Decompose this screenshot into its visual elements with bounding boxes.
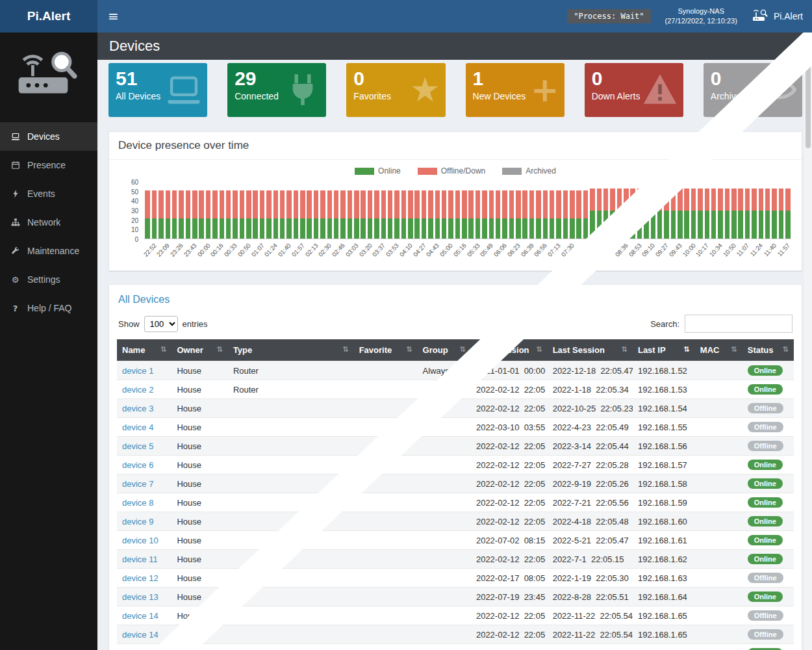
- device-link[interactable]: device 13: [122, 592, 159, 602]
- device-link[interactable]: device 5: [122, 441, 153, 451]
- chart-bar: [346, 190, 353, 239]
- sidebar-item-events[interactable]: Events: [0, 179, 97, 208]
- table-row[interactable]: device 7House2022-02-12 22:052022-9-19 2…: [117, 474, 794, 493]
- device-cell: Switch: [228, 644, 354, 650]
- device-link[interactable]: device 9: [122, 517, 153, 526]
- device-status-cell: Online: [742, 380, 794, 399]
- bar-segment-offline-down: [550, 190, 554, 218]
- x-tick: 02:13: [306, 239, 320, 270]
- legend-item-online: Online: [355, 166, 401, 176]
- bar-segment-online: [536, 218, 540, 239]
- bar-segment-offline-down: [590, 188, 594, 211]
- device-cell: [695, 437, 742, 456]
- sidebar-item-maintenance[interactable]: Maintenance: [0, 237, 97, 265]
- bar-segment-online: [522, 218, 527, 239]
- device-link[interactable]: device 14: [122, 611, 159, 621]
- sort-icon[interactable]: ⇅: [622, 345, 628, 354]
- table-row[interactable]: device 10House2022-07-02 08:152022-5-21 …: [117, 531, 794, 550]
- chart-bar: [192, 190, 198, 239]
- table-row[interactable]: device 11House2022-02-12 22:052022-7-1 2…: [117, 550, 794, 569]
- chart-bar: [360, 190, 366, 239]
- device-link[interactable]: device 4: [122, 422, 153, 432]
- device-cell: 192.168.1.52: [633, 361, 695, 380]
- column-header-favorite[interactable]: Favorite⇅: [354, 339, 418, 361]
- show-label: Show: [118, 319, 140, 329]
- device-cell: 192.168.1.56: [633, 437, 695, 456]
- card-connected[interactable]: 29Connected: [227, 63, 326, 117]
- column-header-owner[interactable]: Owner⇅: [171, 339, 227, 361]
- device-link[interactable]: device 3: [122, 404, 153, 413]
- bar-segment-offline-down: [489, 190, 494, 218]
- device-cell: [418, 550, 471, 569]
- sidebar-item-settings[interactable]: ⚙Settings: [0, 265, 97, 294]
- column-header-last-session[interactable]: Last Session⇅: [548, 339, 633, 361]
- navbar-app[interactable]: Pi.Alert: [752, 0, 803, 32]
- sidebar-item-network[interactable]: Network: [0, 208, 97, 237]
- column-header-status[interactable]: Status⇅: [742, 339, 794, 361]
- column-header-type[interactable]: Type⇅: [228, 339, 354, 361]
- sort-icon[interactable]: ⇅: [684, 345, 690, 354]
- x-tick: 11:24: [751, 239, 765, 270]
- sort-icon[interactable]: ⇅: [217, 345, 223, 354]
- bar-segment-offline-down: [684, 188, 689, 211]
- chart-bar: [535, 190, 542, 239]
- sort-icon[interactable]: ⇅: [406, 345, 412, 354]
- sort-icon[interactable]: ⇅: [731, 345, 737, 354]
- card-all-devices[interactable]: 51All Devices: [108, 63, 207, 117]
- device-link[interactable]: device 8: [122, 498, 153, 508]
- device-link[interactable]: device 12: [122, 573, 159, 583]
- x-tick-label: 03:20: [357, 242, 373, 258]
- sort-icon[interactable]: ⇅: [342, 345, 348, 354]
- device-link[interactable]: device 10: [122, 536, 159, 545]
- table-row[interactable]: device 8House2022-02-12 22:052022-7-21 2…: [117, 493, 794, 512]
- bar-segment-online: [779, 211, 783, 239]
- bar-segment-online: [509, 218, 514, 239]
- page-scrollbar[interactable]: [804, 32, 812, 650]
- chart-bar: [259, 190, 265, 239]
- page-size-select[interactable]: 100: [144, 316, 178, 332]
- sort-icon[interactable]: ⇅: [160, 345, 166, 354]
- card-favorites[interactable]: 0Favorites★: [346, 63, 445, 117]
- device-link[interactable]: device 7: [122, 479, 153, 489]
- sidebar-item-help-faq[interactable]: ?Help / FAQ: [0, 294, 97, 322]
- bar-segment-offline-down: [340, 190, 345, 218]
- column-header-last-ip[interactable]: Last IP⇅: [633, 339, 695, 361]
- x-tick: 10:34: [711, 239, 724, 270]
- sidebar-toggle-icon[interactable]: ≡: [97, 0, 129, 32]
- bar-segment-offline-down: [199, 190, 203, 218]
- device-status-cell: Offline: [742, 625, 794, 644]
- device-link[interactable]: device 14: [122, 630, 159, 640]
- bar-segment-online: [442, 218, 446, 239]
- column-header-name[interactable]: Name⇅: [117, 339, 171, 361]
- chart-bar: [225, 190, 232, 239]
- device-name-cell: device 12: [117, 569, 171, 588]
- table-row[interactable]: device 5House2022-02-12 22:052022-3-14 2…: [117, 437, 794, 456]
- column-header-mac[interactable]: MAC⇅: [695, 339, 742, 361]
- table-row[interactable]: device 4House2022-03-10 03:552022-4-23 2…: [117, 418, 794, 437]
- device-cell: 2022-02-12 22:05: [471, 380, 548, 399]
- card-new-devices[interactable]: 1New Devices+: [466, 63, 565, 117]
- sidebar-item-devices[interactable]: Devices: [0, 122, 97, 151]
- sort-icon[interactable]: ⇅: [536, 345, 542, 354]
- search-input[interactable]: [685, 315, 793, 333]
- device-cell: 192.168.1.54: [633, 399, 695, 418]
- device-cell: 2022-7-1 22:05.15: [548, 550, 633, 569]
- x-tick: 03:03: [346, 239, 360, 270]
- bar-segment-offline-down: [388, 190, 392, 218]
- sidebar-item-presence[interactable]: Presence: [0, 151, 97, 179]
- table-row[interactable]: device 6House2022-02-12 22:052022-7-27 2…: [117, 456, 794, 474]
- table-row[interactable]: device 15HouseSwitchAlways on2022-02-12 …: [117, 644, 794, 650]
- top-navbar: Pi.Alert ≡ "Process: Wait" Synology-NAS …: [0, 0, 812, 32]
- device-link[interactable]: device 11: [122, 554, 158, 564]
- card-down-alerts[interactable]: 0Down Alerts: [585, 63, 683, 117]
- device-link[interactable]: device 6: [122, 460, 153, 470]
- table-row[interactable]: device 9House2022-02-12 22:052022-4-18 2…: [117, 512, 794, 531]
- brand-logo[interactable]: Pi.Alert: [0, 0, 97, 32]
- x-tick-label: 05:49: [479, 242, 494, 258]
- sort-icon[interactable]: ⇅: [783, 345, 789, 354]
- table-row[interactable]: device 12HouseLaptop2022-02-17 08:052022…: [117, 569, 794, 588]
- device-link[interactable]: device 2: [122, 385, 153, 395]
- device-link[interactable]: device 1: [122, 366, 153, 376]
- device-cell: 2022-5-21 22:05.47: [548, 531, 633, 550]
- sort-icon[interactable]: ⇅: [460, 345, 466, 354]
